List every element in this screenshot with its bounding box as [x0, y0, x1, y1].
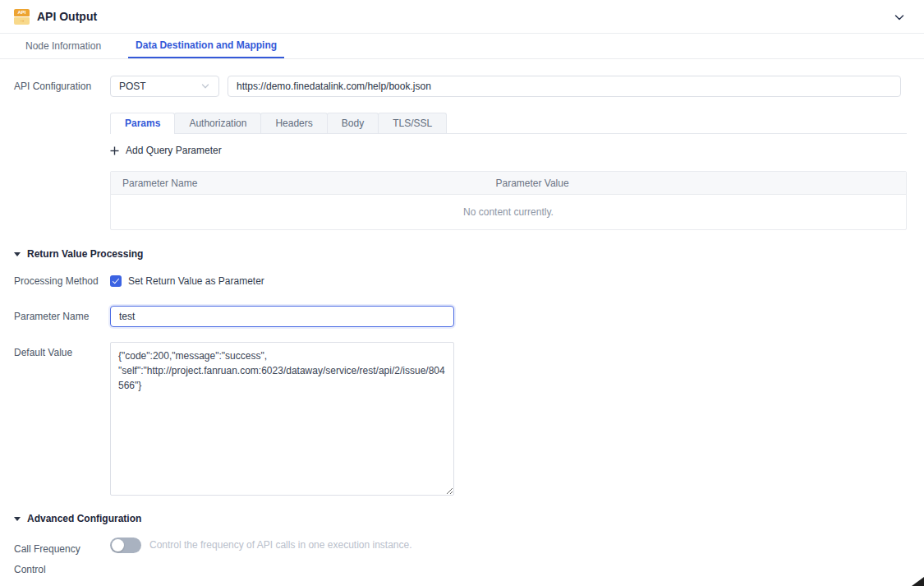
- call-frequency-description: Control the frequency of API calls in on…: [149, 537, 412, 554]
- set-return-value-checkbox-label: Set Return Value as Parameter: [128, 275, 264, 287]
- query-parameters-table: Parameter Name Parameter Value No conten…: [110, 171, 907, 230]
- tab-authorization[interactable]: Authorization: [174, 113, 261, 133]
- call-frequency-row: Call Frequency Control Control the frequ…: [14, 537, 924, 580]
- tab-node-information[interactable]: Node Information: [25, 34, 101, 58]
- processing-method-row: Processing Method Set Return Value as Pa…: [14, 275, 924, 287]
- api-configuration-label: API Configuration: [14, 76, 110, 97]
- tab-data-destination-and-mapping[interactable]: Data Destination and Mapping: [128, 34, 284, 58]
- section-title: Advanced Configuration: [27, 513, 141, 524]
- return-value-processing-section-toggle[interactable]: Return Value Processing: [14, 248, 143, 260]
- default-value-label: Default Value: [14, 342, 110, 496]
- api-output-icon: API →: [14, 9, 30, 25]
- main-tab-bar: Node Information Data Destination and Ma…: [0, 34, 924, 59]
- processing-method-label: Processing Method: [14, 275, 110, 287]
- default-value-textarea[interactable]: {"code":200,"message":"success", "self":…: [110, 342, 454, 496]
- parameter-name-label: Parameter Name: [14, 306, 110, 327]
- http-method-select[interactable]: POST: [110, 76, 219, 97]
- api-icon-label: API: [14, 9, 30, 16]
- column-header-parameter-value: Parameter Value: [495, 178, 568, 189]
- parameter-name-input[interactable]: [110, 306, 454, 327]
- tab-params[interactable]: Params: [110, 113, 175, 133]
- column-header-parameter-name: Parameter Name: [111, 178, 197, 189]
- chevron-down-icon: [200, 81, 210, 91]
- toggle-knob: [112, 539, 124, 551]
- parameter-name-row: Parameter Name: [14, 306, 924, 327]
- advanced-configuration-section-toggle[interactable]: Advanced Configuration: [14, 513, 141, 524]
- tab-tls-ssl[interactable]: TLS/SSL: [378, 113, 447, 133]
- set-return-value-checkbox[interactable]: [110, 275, 122, 287]
- api-url-input[interactable]: [228, 76, 901, 97]
- tab-headers[interactable]: Headers: [260, 113, 327, 133]
- tab-body[interactable]: Body: [327, 113, 379, 133]
- triangle-down-icon: [14, 252, 21, 256]
- app-header: API → API Output: [0, 0, 924, 34]
- api-icon-arrow: →: [14, 17, 30, 25]
- section-title: Return Value Processing: [27, 248, 143, 260]
- add-query-parameter-button[interactable]: Add Query Parameter: [110, 145, 222, 156]
- main-content: API Configuration POST Params Authorizat…: [0, 76, 924, 580]
- triangle-down-icon: [14, 517, 21, 521]
- collapse-panel-button[interactable]: [893, 11, 906, 24]
- page-title: API Output: [37, 10, 97, 23]
- call-frequency-label: Call Frequency Control: [14, 537, 96, 580]
- table-header-row: Parameter Name Parameter Value: [111, 172, 906, 195]
- request-config-tab-bar: Params Authorization Headers Body TLS/SS…: [110, 113, 907, 134]
- api-configuration-row: API Configuration POST: [14, 76, 924, 97]
- http-method-value: POST: [119, 81, 200, 92]
- chevron-down-icon: [893, 11, 906, 24]
- default-value-row: Default Value {"code":200,"message":"suc…: [14, 342, 924, 496]
- call-frequency-toggle[interactable]: [110, 538, 141, 553]
- add-query-parameter-label: Add Query Parameter: [126, 145, 222, 156]
- table-empty-state: No content currently.: [111, 195, 906, 229]
- plus-icon: [110, 146, 119, 155]
